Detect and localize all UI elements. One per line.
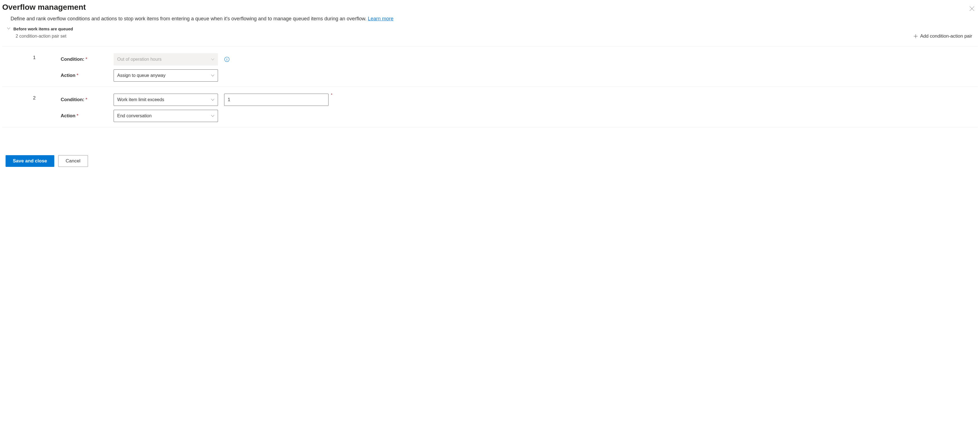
limit-value-input[interactable] xyxy=(224,94,329,106)
pair-index: 2 xyxy=(2,94,36,101)
save-and-close-button[interactable]: Save and close xyxy=(6,155,54,167)
action-label: Action* xyxy=(61,113,114,119)
close-button[interactable] xyxy=(967,4,977,14)
chevron-down-icon xyxy=(211,98,215,101)
chevron-down-icon xyxy=(211,74,215,77)
close-icon xyxy=(969,6,974,11)
action-select[interactable]: End conversation xyxy=(114,110,218,122)
pair-index: 1 xyxy=(2,53,36,61)
action-label: Action* xyxy=(61,73,114,78)
svg-point-5 xyxy=(227,58,227,59)
page-title: Overflow management xyxy=(2,3,86,12)
condition-action-pair: 2 Condition:* Work item limit exceeds * xyxy=(2,87,978,127)
condition-select[interactable]: Work item limit exceeds xyxy=(114,94,218,106)
condition-label: Condition:* xyxy=(61,97,114,102)
cancel-button[interactable]: Cancel xyxy=(58,155,88,167)
chevron-down-icon xyxy=(211,57,215,61)
action-select[interactable]: Assign to queue anyway xyxy=(114,69,218,81)
chevron-down-icon xyxy=(211,114,215,118)
condition-value: Work item limit exceeds xyxy=(117,97,164,102)
condition-action-pair: 1 Condition:* Out of operation hours xyxy=(2,46,978,87)
add-pair-label: Add condition-action pair xyxy=(920,34,972,39)
pair-count-label: 2 condition-action pair set xyxy=(16,34,66,39)
plus-icon xyxy=(913,34,918,38)
info-icon[interactable] xyxy=(224,57,230,62)
condition-select: Out of operation hours xyxy=(114,53,218,65)
condition-value: Out of operation hours xyxy=(117,57,161,62)
learn-more-link[interactable]: Learn more xyxy=(368,16,393,21)
action-value: Assign to queue anyway xyxy=(117,73,165,78)
section-title: Before work items are queued xyxy=(13,27,73,31)
add-condition-action-button[interactable]: Add condition-action pair xyxy=(911,32,974,41)
chevron-down-icon[interactable] xyxy=(7,27,11,31)
page-description: Define and rank overflow conditions and … xyxy=(2,15,978,22)
action-value: End conversation xyxy=(117,113,152,118)
required-indicator: * xyxy=(331,93,332,97)
description-text: Define and rank overflow conditions and … xyxy=(11,16,368,21)
condition-label: Condition:* xyxy=(61,57,114,62)
